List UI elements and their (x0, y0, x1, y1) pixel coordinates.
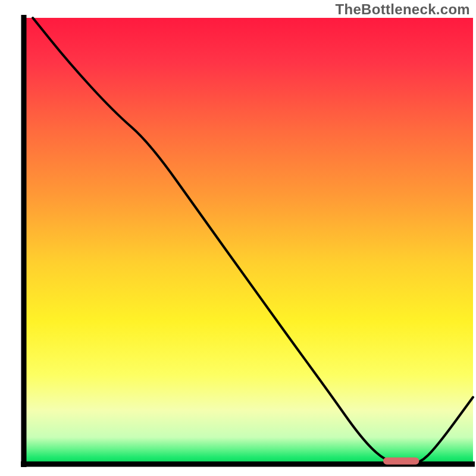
watermark-text: TheBottleneck.com (336, 1, 470, 18)
optimal-range-marker (383, 458, 419, 465)
chart-frame: TheBottleneck.com (0, 0, 476, 476)
plot-background (24, 18, 473, 464)
bottleneck-chart (0, 0, 476, 476)
